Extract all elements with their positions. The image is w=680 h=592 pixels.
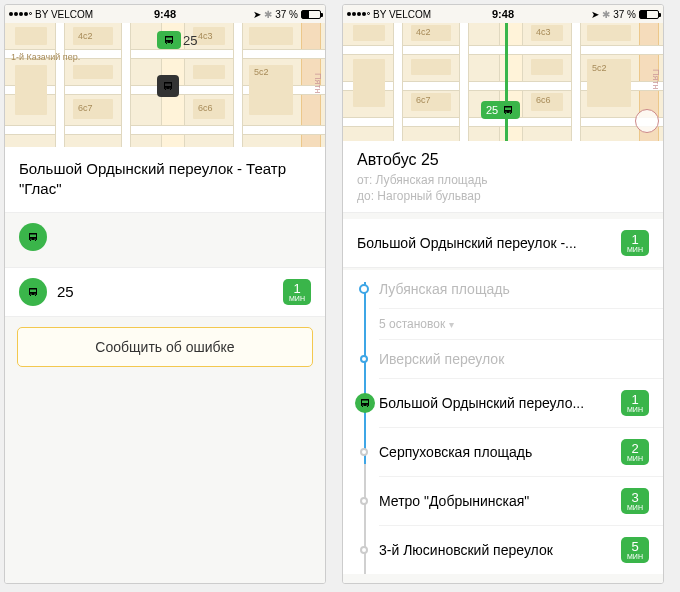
- stop-marker[interactable]: [157, 75, 179, 97]
- carrier-label: BY VELCOM: [35, 9, 93, 20]
- timeline-stop[interactable]: Лубянская площадь: [379, 270, 663, 309]
- bus-marker[interactable]: [157, 31, 181, 49]
- timeline-stop[interactable]: Серпуховская площадь 2МИН: [379, 428, 663, 477]
- eta-badge: 3МИН: [621, 488, 649, 514]
- bus-icon: [19, 278, 47, 306]
- phone-left: BY VELCOM 9:48 ➤ ✱ 37 % 1-й Казачий пер.…: [4, 4, 326, 584]
- stop-dot-icon: [360, 355, 368, 363]
- map-area[interactable]: 4c2 4c3 5c2 6c7 6c6 Пятн 25: [343, 23, 663, 141]
- locate-button[interactable]: [635, 109, 659, 133]
- battery-pct: 37 %: [613, 9, 636, 20]
- bus-type-badge[interactable]: [19, 223, 47, 251]
- bus-marker-number: 25: [183, 33, 197, 48]
- eta-badge: 2МИН: [621, 439, 649, 465]
- battery-icon: [639, 10, 659, 19]
- location-icon: ➤: [253, 9, 261, 20]
- right-content: Автобус 25 от: Лубянская площадь до: Наг…: [343, 141, 663, 583]
- bus-marker[interactable]: 25: [481, 101, 520, 119]
- bluetooth-icon: ✱: [602, 9, 610, 20]
- carrier-label: BY VELCOM: [373, 9, 431, 20]
- map-area[interactable]: 1-й Казачий пер. Пятн 4c2 4c3 5c2 6c7 6c…: [5, 23, 325, 147]
- signal-dots: [9, 12, 32, 16]
- bus-icon: [27, 231, 39, 243]
- stops-timeline: Лубянская площадь 5 остановок▾ Иверский …: [343, 270, 663, 574]
- chevron-down-icon: ▾: [449, 319, 454, 330]
- timeline-collapsed[interactable]: 5 остановок▾: [379, 309, 663, 340]
- eta-badge: 1 МИН: [283, 279, 311, 305]
- eta-badge: 5МИН: [621, 537, 649, 563]
- battery-pct: 37 %: [275, 9, 298, 20]
- route-row[interactable]: 25 1 МИН: [5, 267, 325, 317]
- timeline-stop-current[interactable]: Большой Ордынский переуло... 1МИН: [379, 379, 663, 428]
- bluetooth-icon: ✱: [264, 9, 272, 20]
- left-content: Большой Ордынский переулок - Театр "Глас…: [5, 147, 325, 583]
- status-bar: BY VELCOM 9:48 ➤ ✱ 37 %: [5, 5, 325, 23]
- route-line: [505, 23, 508, 141]
- bus-icon: [501, 103, 515, 117]
- current-stop-row[interactable]: Большой Ордынский переулок -... 1МИН: [343, 219, 663, 268]
- status-bar: BY VELCOM 9:48 ➤ ✱ 37 %: [343, 5, 663, 23]
- eta-badge: 1МИН: [621, 230, 649, 256]
- eta-badge: 1МИН: [621, 390, 649, 416]
- signal-dots: [347, 12, 370, 16]
- stop-dot-icon: [360, 546, 368, 554]
- stop-title: Большой Ордынский переулок - Театр "Глас…: [5, 147, 325, 213]
- phone-right: BY VELCOM 9:48 ➤ ✱ 37 % 4c2 4c3 5c2 6c7: [342, 4, 664, 584]
- current-stop-name: Большой Ордынский переулок -...: [357, 235, 621, 251]
- bus-position-icon: [355, 393, 375, 413]
- street-label-vert: Пятн: [313, 73, 323, 93]
- battery-icon: [301, 10, 321, 19]
- street-label: 1-й Казачий пер.: [11, 52, 80, 62]
- stop-dot-icon: [359, 284, 369, 294]
- timeline-stop[interactable]: Иверский переулок: [379, 340, 663, 379]
- stop-dot-icon: [360, 497, 368, 505]
- route-number: 25: [57, 283, 283, 300]
- report-error-button[interactable]: Сообщить об ошибке: [17, 327, 313, 367]
- bus-icon: [162, 33, 176, 47]
- clock: 9:48: [492, 8, 514, 20]
- street-label-vert: Пятн: [651, 69, 661, 89]
- stop-icon: [162, 80, 174, 92]
- clock: 9:48: [154, 8, 176, 20]
- route-title: Автобус 25: [357, 151, 649, 169]
- location-icon: ➤: [591, 9, 599, 20]
- stop-dot-icon: [360, 448, 368, 456]
- route-header: Автобус 25 от: Лубянская площадь до: Наг…: [343, 141, 663, 213]
- timeline-stop[interactable]: Метро "Добрынинская" 3МИН: [379, 477, 663, 526]
- timeline-stop[interactable]: 3-й Люсиновский переулок 5МИН: [379, 526, 663, 574]
- bus-marker-number: 25: [486, 104, 498, 116]
